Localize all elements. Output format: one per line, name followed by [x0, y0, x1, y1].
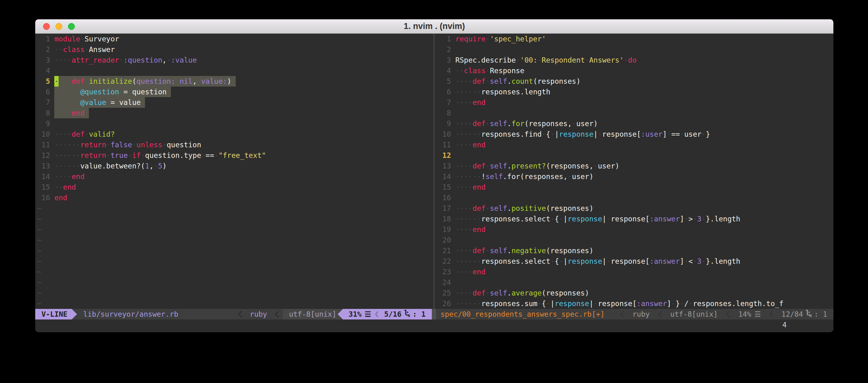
code-line[interactable]: 2··class·Answer — [35, 44, 432, 55]
close-button[interactable] — [43, 23, 50, 30]
whitespace-dots: · — [546, 300, 550, 308]
code-line[interactable]: 21····def·self.negative(responses) — [436, 245, 833, 256]
line-number: 13 — [438, 161, 451, 171]
line-number: 8 — [438, 108, 451, 118]
thin-separator-icon — [658, 310, 662, 318]
code-line[interactable]: 4··class·Response — [436, 65, 833, 76]
whitespace-dots: · — [693, 215, 697, 223]
code-line[interactable]: 23····end — [436, 267, 833, 277]
code-line[interactable]: 7 @value = value — [35, 97, 432, 108]
code-line[interactable]: 12······return·true·if·question.type·==·… — [35, 150, 432, 161]
empty-buffer-line: ~ — [35, 267, 432, 277]
code-line[interactable]: 5· def initialize(question: nil, value:) — [35, 76, 432, 86]
tilde-marker: ~ — [37, 236, 41, 244]
code-line[interactable]: 3····attr_reader·:question,·:value — [35, 55, 432, 65]
line-position: 5/16 — [384, 309, 401, 319]
line-content: module·Surveyor — [54, 34, 119, 44]
whitespace-dots: ·· — [54, 45, 63, 54]
whitespace-dots: · — [598, 130, 602, 138]
code-line[interactable]: 6······responses.length — [436, 86, 833, 97]
fullscreen-button[interactable] — [68, 23, 75, 30]
code-line[interactable]: 14······!self.for(responses,·user) — [436, 171, 833, 182]
right-editor-pane[interactable]: 1require·'spec_helper'23RSpec.describe·'… — [436, 34, 833, 309]
code-line[interactable]: 19····end — [436, 224, 833, 235]
code-line[interactable]: 4 — [35, 65, 432, 76]
code-line[interactable]: 9 — [35, 118, 432, 129]
command-line[interactable]: 4 — [35, 319, 833, 330]
code-line[interactable]: 15····end — [436, 182, 833, 193]
whitespace-dots: ···· — [54, 130, 71, 138]
line-content: ····end — [455, 139, 486, 150]
line-content: RSpec.describe·'00:·Respondent·Answers'·… — [455, 55, 637, 65]
window-separator[interactable] — [432, 34, 436, 309]
whitespace-dots: · — [162, 141, 167, 149]
left-editor-pane[interactable]: 1module·Surveyor2··class·Answer3····attr… — [35, 34, 432, 309]
line-number: 9 — [438, 118, 451, 129]
whitespace-dots: · — [559, 215, 563, 223]
window-title: 1. nvim . (nvim) — [35, 19, 833, 33]
code-line[interactable]: 25····def·self.average(responses) — [436, 288, 833, 298]
code-line[interactable]: 5····def·self.count(responses) — [436, 76, 833, 86]
line-content: ··class·Answer — [54, 44, 115, 55]
code-line[interactable]: 15··end — [35, 182, 432, 193]
whitespace-dots: · — [486, 119, 490, 128]
whitespace-dots: · — [201, 151, 206, 160]
minimize-button[interactable] — [56, 23, 62, 30]
code-line[interactable]: 1require·'spec_helper' — [436, 34, 833, 44]
code-line[interactable]: 7····end — [436, 97, 833, 108]
titlebar[interactable]: 1. nvim . (nvim) — [35, 19, 833, 34]
thin-separator-icon — [238, 310, 242, 318]
whitespace-dots: · — [607, 257, 611, 265]
whitespace-dots: · — [154, 162, 158, 170]
code-line[interactable]: 16 — [436, 193, 833, 203]
scroll-percent: 31% — [348, 309, 362, 319]
code-line[interactable]: 17····def·self.positive(responses) — [436, 203, 833, 214]
empty-buffer-line: ~ — [35, 298, 432, 309]
whitespace-dots: · — [550, 257, 555, 265]
code-line[interactable]: 3RSpec.describe·'00:·Respondent·Answers'… — [436, 55, 833, 65]
whitespace-dots: · — [537, 56, 542, 64]
code-line[interactable]: 13····def·self.present?(responses,·user) — [436, 161, 833, 171]
code-line[interactable]: 8 end — [35, 108, 432, 118]
whitespace-dots: ···· — [455, 183, 472, 191]
line-content: ······responses.find·{·|response|·respon… — [455, 129, 710, 139]
code-line[interactable]: 10······responses.find·{·|response|·resp… — [436, 129, 833, 139]
line-content: ····attr_reader·:question,·:value — [54, 55, 197, 65]
whitespace-dots: · — [688, 300, 693, 308]
code-line[interactable]: 14····end — [35, 171, 432, 182]
code-line[interactable]: 24 — [436, 277, 833, 288]
whitespace-dots: ···· — [54, 56, 71, 64]
code-line[interactable]: 2 — [436, 44, 833, 55]
empty-buffer-line: ~ — [35, 203, 432, 214]
code-line[interactable]: 12 — [436, 150, 833, 161]
code-line[interactable]: 9····def·self.for(responses,·user) — [436, 118, 833, 129]
whitespace-dots: · — [572, 119, 576, 128]
whitespace-dots: ···· — [455, 98, 472, 106]
scroll-percent: 14% — [738, 309, 751, 319]
code-line[interactable]: 10····def·valid? — [35, 129, 432, 139]
code-line[interactable]: 13······value.between?(1,·5) — [35, 161, 432, 171]
code-line[interactable]: 18······responses.select·{·|response|·re… — [436, 214, 833, 224]
line-number: 23 — [438, 267, 451, 277]
empty-buffer-line: ~ — [35, 235, 432, 245]
code-line[interactable]: 8 — [436, 108, 833, 118]
line-content: ··end — [54, 182, 76, 193]
line-content: · def initialize(question: nil, value:) — [54, 76, 236, 86]
empty-buffer-line: ~ — [35, 288, 432, 298]
code-line[interactable]: 11······return·false·unless·question — [35, 139, 432, 150]
code-line[interactable]: 1module·Surveyor — [35, 34, 432, 44]
whitespace-dots: · — [486, 204, 490, 212]
code-line[interactable]: 16end — [35, 193, 432, 203]
code-line[interactable]: 20 — [436, 235, 833, 245]
code-line[interactable]: 22······responses.select·{·|response|·re… — [436, 256, 833, 267]
code-line[interactable]: 11····end — [436, 139, 833, 150]
thin-separator-icon — [620, 310, 624, 318]
statusline-gap — [432, 309, 436, 319]
code-line[interactable]: 26······responses.sum·{·|response|·respo… — [436, 298, 833, 309]
lines-icon: ☰ — [365, 309, 371, 319]
statusline-active: V-LINE lib/surveyor/answer.rb ruby utf-8… — [35, 309, 432, 319]
whitespace-dots: · — [567, 173, 572, 181]
whitespace-dots: · — [516, 56, 520, 64]
line-number: 20 — [438, 235, 451, 245]
code-line[interactable]: 6 @question = question — [35, 86, 432, 97]
